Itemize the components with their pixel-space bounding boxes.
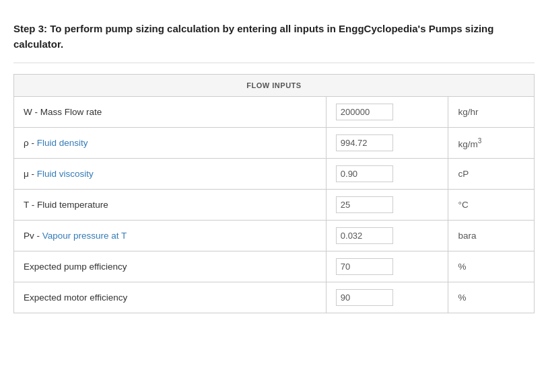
- row-label-6: Expected motor efficiency: [14, 282, 327, 313]
- value-input-2[interactable]: [336, 165, 393, 182]
- row-value-1[interactable]: [326, 128, 448, 159]
- label-plain-4: Pv -: [24, 231, 42, 241]
- label-link-1[interactable]: Fluid density: [37, 138, 88, 148]
- label-link-2[interactable]: Fluid viscosity: [37, 169, 94, 179]
- label-plain-2: μ -: [24, 169, 37, 179]
- row-label-1: ρ - Fluid density: [14, 128, 327, 159]
- row-label-5: Expected pump efficiency: [14, 251, 327, 282]
- table-row: Pv - Vapour pressure at Tbara: [14, 221, 535, 251]
- row-unit-1: kg/m3: [448, 128, 535, 159]
- table-row: W - Mass Flow ratekg/hr: [14, 97, 535, 128]
- row-value-0[interactable]: [326, 97, 448, 128]
- row-label-0: W - Mass Flow rate: [14, 97, 327, 128]
- row-value-6[interactable]: [326, 282, 448, 313]
- row-value-2[interactable]: [326, 159, 448, 190]
- row-label-2: μ - Fluid viscosity: [14, 159, 327, 190]
- row-value-3[interactable]: [326, 190, 448, 221]
- header-title: Step 3: To perform pump sizing calculati…: [13, 22, 535, 52]
- row-value-4[interactable]: [326, 221, 448, 251]
- table-row: Expected pump efficiency%: [14, 251, 535, 282]
- value-input-3[interactable]: [336, 196, 393, 213]
- value-input-1[interactable]: [336, 134, 393, 151]
- step-header: Step 3: To perform pump sizing calculati…: [13, 13, 535, 63]
- value-input-6[interactable]: [336, 289, 393, 306]
- value-input-0[interactable]: [336, 104, 393, 120]
- row-label-4: Pv - Vapour pressure at T: [14, 221, 327, 251]
- table-row: T - Fluid temperature°C: [14, 190, 535, 221]
- table-row: ρ - Fluid densitykg/m3: [14, 128, 535, 159]
- label-link-4[interactable]: Vapour pressure at T: [42, 231, 127, 241]
- label-plain-1: ρ -: [24, 138, 37, 148]
- table-row: μ - Fluid viscositycP: [14, 159, 535, 190]
- value-input-4[interactable]: [336, 227, 393, 244]
- row-label-3: T - Fluid temperature: [14, 190, 327, 221]
- row-unit-4: bara: [448, 221, 535, 251]
- section-header: FLOW INPUTS: [14, 75, 535, 97]
- flow-inputs-table: FLOW INPUTS W - Mass Flow ratekg/hrρ - F…: [13, 74, 535, 313]
- table-row: Expected motor efficiency%: [14, 282, 535, 313]
- row-unit-6: %: [448, 282, 535, 313]
- row-value-5[interactable]: [326, 251, 448, 282]
- row-unit-2: cP: [448, 159, 535, 190]
- row-unit-0: kg/hr: [448, 97, 535, 128]
- row-unit-3: °C: [448, 190, 535, 221]
- row-unit-5: %: [448, 251, 535, 282]
- value-input-5[interactable]: [336, 258, 393, 275]
